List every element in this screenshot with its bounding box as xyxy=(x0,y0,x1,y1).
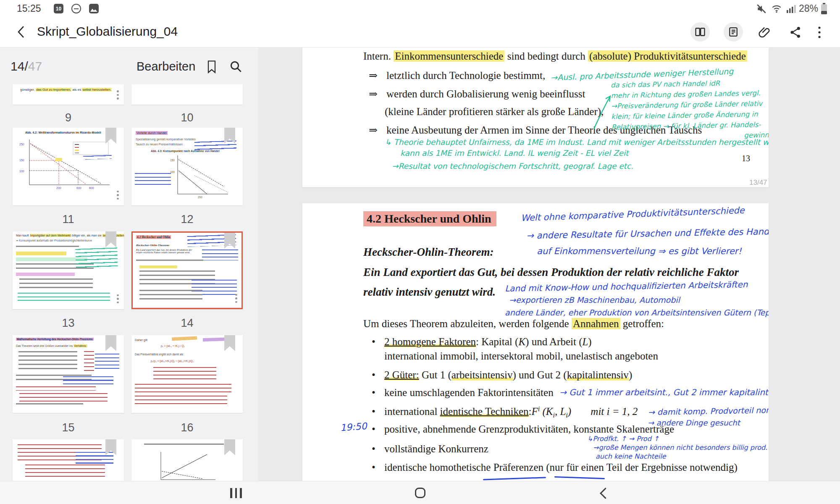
annotation-blue-bullet5-line1: ↳Prodfkt. ↑ → Prod ↑ xyxy=(587,435,659,443)
thumbnail-page-17[interactable] xyxy=(13,439,124,481)
reading-view-button[interactable] xyxy=(690,22,710,42)
annotation-blue-top-line2: → andere Resultate für Ursachen und Effe… xyxy=(526,226,769,241)
bullet-7: •identische homothetische Präferenzen (n… xyxy=(372,462,738,473)
recents-icon[interactable] xyxy=(230,488,242,498)
thumb15-annotation-scribble xyxy=(95,354,119,370)
wifi-icon xyxy=(771,3,782,14)
thumb15-text-lines xyxy=(18,351,77,371)
contents-view-button[interactable] xyxy=(724,22,743,42)
share-button[interactable] xyxy=(789,26,802,39)
page13-line3: ⇒werden durch Globalisierung wenig beein… xyxy=(369,88,585,100)
svg-text:150: 150 xyxy=(19,159,24,162)
highlight-annahmen: Annahmen xyxy=(572,318,620,329)
search-icon[interactable] xyxy=(229,60,242,73)
svg-text:200: 200 xyxy=(198,196,202,199)
thumbnail-menu-icon[interactable] xyxy=(117,191,119,202)
thumb13-annotation-scribble xyxy=(18,293,110,304)
page13-line1: Intern. Einkommensunterschiede sind bedi… xyxy=(363,50,747,62)
screenshot-notification-icon xyxy=(89,4,99,13)
thumbnail-menu-icon[interactable] xyxy=(117,294,119,305)
thumbnail-label-16: 16 xyxy=(131,421,243,434)
thumbnail-label-13: 13 xyxy=(13,317,124,330)
battery-percent: 28% xyxy=(799,3,818,14)
thumbnail-page-14-selected[interactable]: 4.2 Heckscher und Ohlin Heckscher-Ohlin-… xyxy=(131,231,243,309)
annotation-teal-note2-line1: ↳ Theorie behauptet Unfairness, da 1ME i… xyxy=(385,138,769,147)
annotation-blue-mid-line1: Land mit Know-How und hochqualifizierten… xyxy=(505,279,748,294)
theorem-line2: relativ intensiv genutzt wird. xyxy=(363,286,496,299)
thumbnail-label-9: 9 xyxy=(13,111,124,124)
annotation-teal-block: da sich das PV nach Handel idR mehr in R… xyxy=(611,77,769,143)
thumb16-text-lines-red xyxy=(135,384,231,392)
thumbnail-label-12: 12 xyxy=(131,213,243,226)
thumb13-annotation-scribble xyxy=(75,247,118,268)
page13-line4: (kleine Länder profitieren stärker als g… xyxy=(385,106,604,118)
thumb11-chart: 250 150 100 200 600 800 xyxy=(15,135,120,196)
highlight-produktivitaetsunterschiede: (absolute) Produktivitätsunterschiede xyxy=(588,50,747,62)
thumbnail-page-10[interactable] xyxy=(131,84,243,105)
thumb18-bookmark-ribbon xyxy=(224,439,235,455)
thumbnail-page-16[interactable]: Daher gilt p₁ = (wL₁ + rK₁) / Q₁ Das Pre… xyxy=(131,335,243,413)
thumbnail-page-11[interactable]: Abb. 4.2: Welttransformationskurve im Ri… xyxy=(13,128,124,205)
attachment-button[interactable] xyxy=(758,26,771,39)
thumb14-body: Ein Land exportiert das Gut, bei dessen … xyxy=(136,249,199,254)
thumb17-annotation-scribble xyxy=(76,452,113,465)
thumbnail-label-11: 11 xyxy=(13,213,124,226)
bullet-6: •vollständige Konkurrenz xyxy=(372,443,488,455)
highlight-einkommensunterschiede: Einkommensunterschiede xyxy=(394,50,504,62)
annotation-teal-arrow xyxy=(591,93,613,131)
thumb15-bookmark-ribbon xyxy=(105,335,116,351)
annotation-blue-bullet3: → Gut 1 immer arbeitsint., Gut 2 immer k… xyxy=(559,387,769,397)
thumbnail-menu-icon[interactable] xyxy=(117,90,119,101)
svg-text:250: 250 xyxy=(19,143,24,146)
pdf-viewer[interactable]: Intern. Einkommensunterschiede sind bedi… xyxy=(258,47,840,481)
thumb18-chart xyxy=(152,450,220,481)
total-pages: 47 xyxy=(28,59,42,73)
edit-button[interactable]: Bearbeiten xyxy=(136,60,195,74)
bullet-4: •international identische Techniken:Fi (… xyxy=(372,405,769,419)
home-icon[interactable] xyxy=(415,488,425,498)
thumb16-formula-2: p₁/p₂ = (wL₁+rK₁)/Q₁ ÷ (wL₂+rK₂)/Q₂ xyxy=(151,360,194,362)
thumbnail-label-10: 10 xyxy=(131,111,243,124)
thumb14-text-lines xyxy=(136,260,203,264)
thumb16-bookmark-ribbon xyxy=(224,335,235,351)
thumb14-bookmark-ribbon xyxy=(224,233,235,249)
annotation-blue-top-line3: auf Einkommensverteilung ⇒ es gibt Verli… xyxy=(537,246,742,256)
clock: 15:25 xyxy=(17,3,41,14)
content-area: 14/47 Bearbeiten günstiger, das Gut zu i… xyxy=(0,47,840,481)
annotation-blue-mid-line2: →exportieren zB Maschinenbau, Automobil xyxy=(509,295,680,304)
thumb14-text-lines xyxy=(139,290,202,302)
bullet-1-subline: international immobil, intersektoral mob… xyxy=(384,350,658,362)
thumb14-sub: Heckscher-Ohlin-Theorem: xyxy=(136,244,170,247)
more-menu-button[interactable] xyxy=(816,25,822,39)
back-icon[interactable] xyxy=(16,25,27,39)
thumb12-annotation-scribble xyxy=(135,173,171,185)
thumb13-highlight xyxy=(16,252,66,255)
thumbnail-label-15: 15 xyxy=(13,421,124,434)
thumb11-caption: Abb. 4.2: Welttransformationskurve im Ri… xyxy=(25,131,101,134)
status-bar: 15:25 10 28% xyxy=(0,0,840,17)
thumbnail-page-13[interactable]: Man kauft Importgüter auf dem Weltmarkt … xyxy=(13,231,124,309)
thumb15-text-lines xyxy=(16,403,83,407)
svg-text:150: 150 xyxy=(170,159,175,162)
thumbnail-page-12[interactable]: Vorteile durch Handel Spezialisierung ge… xyxy=(131,128,243,205)
thumbnail-page-18[interactable] xyxy=(131,439,243,481)
thumbnail-page-15[interactable]: Mathematische Herleitung des Heckscher-O… xyxy=(13,335,124,413)
android-nav-bar xyxy=(0,481,840,504)
svg-text:100: 100 xyxy=(19,170,24,173)
thumb12-heading: Vorteile durch Handel xyxy=(136,131,168,135)
document-title: Skript_Globalisierung_04 xyxy=(37,24,178,39)
svg-text:200: 200 xyxy=(56,186,61,189)
do-not-disturb-icon xyxy=(71,4,81,13)
thumbnail-label-14: 14 xyxy=(131,317,243,330)
thumb14-annotation-scribble xyxy=(202,249,238,260)
thumbnail-menu-icon[interactable] xyxy=(235,294,237,305)
thumb18-caption-line xyxy=(144,444,224,448)
thumb13-text-lines xyxy=(16,246,79,250)
bookmark-icon[interactable] xyxy=(206,60,218,74)
nav-back-icon[interactable] xyxy=(600,488,611,499)
thumb15-annotation-scribble xyxy=(63,376,113,385)
annotation-blue-mid-line3: andere Länder, eher Produktion von Arbei… xyxy=(505,308,769,317)
bullet-5: •positive, abnehmende Grenzproduktivität… xyxy=(372,423,674,435)
bullet-3: •keine umschlagenden Faktorintensitäten … xyxy=(372,387,769,399)
thumbnail-page-9[interactable]: günstiger, das Gut zu importieren, als e… xyxy=(13,84,124,105)
